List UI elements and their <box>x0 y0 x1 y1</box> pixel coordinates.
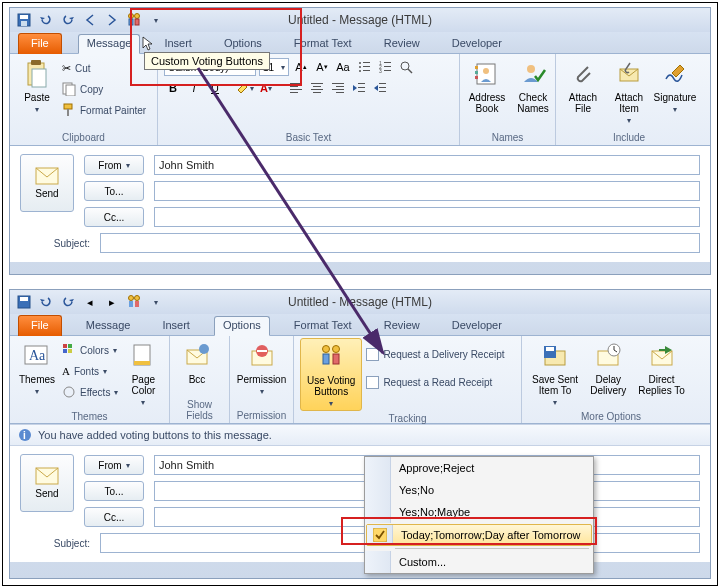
to-button[interactable]: To... <box>84 181 144 201</box>
highlight-button[interactable]: ▾ <box>236 79 254 97</box>
voting-option-yes-no[interactable]: Yes;No <box>365 479 593 501</box>
clear-formatting-button[interactable]: Aa <box>334 58 352 76</box>
attach-file-button[interactable]: Attach File <box>562 56 604 116</box>
tab-format-text[interactable]: Format Text <box>286 35 360 53</box>
send-button[interactable]: Send <box>20 154 74 212</box>
font-color-button[interactable]: A▾ <box>257 79 275 97</box>
request-read-receipt-checkbox[interactable]: Request a Read Receipt <box>366 372 504 392</box>
save-icon[interactable] <box>16 12 32 28</box>
voting-option-today-tomorrow[interactable]: Today;Tomorrow;Day after Tomorrow <box>366 524 592 546</box>
svg-rect-30 <box>290 89 302 90</box>
effects-button[interactable]: Effects▾ <box>62 382 118 402</box>
brush-icon <box>62 103 76 117</box>
cut-button[interactable]: ✂Cut <box>62 58 146 78</box>
numbering-button[interactable]: 123 <box>376 58 394 76</box>
address-book-button[interactable]: Address Book <box>466 56 508 116</box>
compose-area: Send From ▾John Smith To... Cc... Subjec… <box>10 146 710 262</box>
voting-option-approve-reject[interactable]: Approve;Reject <box>365 457 593 479</box>
bold-button[interactable]: B <box>164 79 182 97</box>
paste-button[interactable]: Paste ▾ <box>16 56 58 116</box>
bullets-button[interactable] <box>355 58 373 76</box>
tab-message[interactable]: Message <box>78 317 139 335</box>
tab-insert[interactable]: Insert <box>154 317 198 335</box>
align-left-button[interactable] <box>287 79 305 97</box>
custom-voting-icon[interactable] <box>126 294 142 310</box>
permission-button[interactable]: Permission▾ <box>236 338 287 398</box>
tab-review[interactable]: Review <box>376 317 428 335</box>
save-sent-item-button[interactable]: Save Sent Item To▾ <box>528 338 582 409</box>
direct-replies-button[interactable]: Direct Replies To <box>634 338 689 398</box>
themes-button[interactable]: AaThemes▾ <box>16 338 58 398</box>
format-painter-button[interactable]: Format Painter <box>62 100 146 120</box>
from-button[interactable]: From ▾ <box>84 455 144 475</box>
cc-field[interactable] <box>154 207 700 227</box>
tab-options[interactable]: Options <box>216 35 270 53</box>
request-delivery-receipt-checkbox[interactable]: Request a Delivery Receipt <box>366 344 504 364</box>
from-button[interactable]: From ▾ <box>84 155 144 175</box>
tooltip-custom-voting: Custom Voting Buttons <box>144 52 270 70</box>
qat-customize-icon[interactable]: ▾ <box>148 294 164 310</box>
to-field[interactable] <box>154 181 700 201</box>
svg-rect-21 <box>384 62 391 63</box>
cc-button[interactable]: Cc... <box>84 507 144 527</box>
redo-icon[interactable] <box>60 12 76 28</box>
prev-item-icon[interactable] <box>82 12 98 28</box>
signature-button[interactable]: Signature▾ <box>654 56 696 116</box>
undo-icon[interactable] <box>38 294 54 310</box>
shrink-font-button[interactable]: A▾ <box>313 58 331 76</box>
colors-icon <box>62 343 76 357</box>
tab-file[interactable]: File <box>18 33 62 54</box>
svg-rect-25 <box>384 70 391 71</box>
page-color-button[interactable]: Page Color▾ <box>122 338 164 409</box>
align-right-button[interactable] <box>329 79 347 97</box>
tab-review[interactable]: Review <box>376 35 428 53</box>
to-button[interactable]: To... <box>84 481 144 501</box>
tab-developer[interactable]: Developer <box>444 35 510 53</box>
zoom-button[interactable] <box>397 58 415 76</box>
tab-format-text[interactable]: Format Text <box>286 317 360 335</box>
decrease-indent-button[interactable] <box>350 79 368 97</box>
tab-file[interactable]: File <box>18 315 62 336</box>
increase-indent-button[interactable] <box>371 79 389 97</box>
svg-point-71 <box>199 344 209 354</box>
bcc-button[interactable]: Bcc <box>176 338 218 387</box>
align-center-button[interactable] <box>308 79 326 97</box>
attach-item-button[interactable]: Attach Item▾ <box>608 56 650 127</box>
tab-options[interactable]: Options <box>214 316 270 336</box>
prev-item-icon[interactable]: ◂ <box>82 294 98 310</box>
next-item-icon[interactable]: ▸ <box>104 294 120 310</box>
voting-option-yes-no-maybe[interactable]: Yes;No;Maybe <box>365 501 593 523</box>
from-field[interactable]: John Smith <box>154 155 700 175</box>
fonts-button[interactable]: AFonts▾ <box>62 361 118 381</box>
underline-button[interactable]: U <box>206 79 224 97</box>
svg-rect-37 <box>336 86 344 87</box>
svg-point-76 <box>333 346 340 353</box>
voting-option-custom[interactable]: Custom... <box>365 551 593 573</box>
subject-field[interactable] <box>100 233 700 253</box>
colors-button[interactable]: Colors▾ <box>62 340 118 360</box>
grow-font-button[interactable]: A▴ <box>292 58 310 76</box>
custom-voting-icon[interactable] <box>126 12 142 28</box>
delay-delivery-button[interactable]: Delay Delivery <box>586 338 630 398</box>
svg-rect-60 <box>135 301 139 307</box>
svg-rect-8 <box>31 60 41 65</box>
tab-insert[interactable]: Insert <box>156 35 200 53</box>
redo-icon[interactable] <box>60 294 76 310</box>
check-names-button[interactable]: Check Names <box>512 56 554 116</box>
italic-button[interactable]: I <box>185 79 203 97</box>
undo-icon[interactable] <box>38 12 54 28</box>
send-button[interactable]: Send <box>20 454 74 512</box>
info-icon: i <box>18 428 32 442</box>
next-item-icon[interactable] <box>104 12 120 28</box>
themes-group-label: Themes <box>16 409 163 424</box>
save-icon[interactable] <box>16 294 32 310</box>
tab-message[interactable]: Message <box>78 34 141 54</box>
svg-point-14 <box>359 62 361 64</box>
copy-button[interactable]: Copy <box>62 79 146 99</box>
qat-customize-icon[interactable]: ▾ <box>148 12 164 28</box>
tab-developer[interactable]: Developer <box>444 317 510 335</box>
use-voting-buttons-button[interactable]: Use Voting Buttons▾ <box>300 338 362 411</box>
svg-rect-63 <box>63 344 67 348</box>
cc-button[interactable]: Cc... <box>84 207 144 227</box>
svg-rect-28 <box>290 83 302 84</box>
